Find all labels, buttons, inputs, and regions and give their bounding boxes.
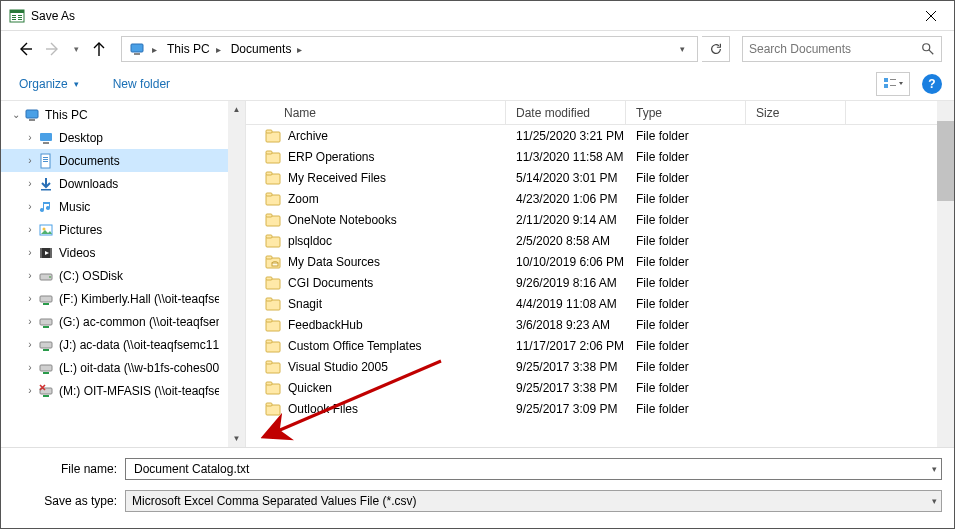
- file-type: File folder: [626, 213, 746, 227]
- file-row[interactable]: plsqldoc2/5/2020 8:58 AMFile folder: [246, 230, 954, 251]
- svg-rect-15: [26, 110, 38, 118]
- tree-item[interactable]: ›(C:) OSDisk: [1, 264, 245, 287]
- new-folder-button[interactable]: New folder: [107, 73, 176, 95]
- column-name[interactable]: Name: [246, 101, 506, 124]
- filename-history-dropdown[interactable]: ▾: [932, 464, 937, 474]
- tree-item[interactable]: ›Downloads: [1, 172, 245, 195]
- breadcrumb-this-pc[interactable]: This PC: [161, 42, 212, 56]
- savetype-label: Save as type:: [13, 494, 125, 508]
- svg-rect-62: [266, 319, 272, 322]
- scroll-down-button[interactable]: ▼: [228, 430, 245, 447]
- tree-item[interactable]: ›(M:) OIT-MFASIS (\\oit-teaqfsemc1: [1, 379, 245, 402]
- chevron-right-icon[interactable]: ›: [23, 178, 37, 189]
- file-row[interactable]: Snagit4/4/2019 11:08 AMFile folder: [246, 293, 954, 314]
- file-date: 10/10/2019 6:06 PM: [506, 255, 626, 269]
- svg-rect-33: [40, 319, 52, 325]
- recent-locations-button[interactable]: ▾: [69, 37, 83, 61]
- file-date: 4/23/2020 1:06 PM: [506, 192, 626, 206]
- file-row[interactable]: CGI Documents9/26/2019 8:16 AMFile folde…: [246, 272, 954, 293]
- file-row[interactable]: OneNote Notebooks2/11/2020 9:14 AMFile f…: [246, 209, 954, 230]
- file-row[interactable]: Zoom4/23/2020 1:06 PMFile folder: [246, 188, 954, 209]
- chevron-right-icon[interactable]: ›: [23, 293, 37, 304]
- tree-item[interactable]: ›Pictures: [1, 218, 245, 241]
- search-placeholder: Search Documents: [749, 42, 851, 56]
- close-button[interactable]: [908, 1, 954, 31]
- tree-item[interactable]: ›(F:) Kimberly.Hall (\\oit-teaqfsemc1: [1, 287, 245, 310]
- file-name: Snagit: [288, 297, 322, 311]
- address-bar[interactable]: ▸ This PC ▸ Documents ▸ ▾: [121, 36, 698, 62]
- chevron-right-icon[interactable]: ›: [23, 247, 37, 258]
- chevron-right-icon[interactable]: ›: [23, 385, 37, 396]
- search-box[interactable]: Search Documents: [742, 36, 942, 62]
- chevron-right-icon[interactable]: ›: [23, 362, 37, 373]
- music-icon: [37, 198, 55, 216]
- tree-scrollbar[interactable]: ▲ ▼: [228, 101, 245, 447]
- tree-item[interactable]: ›(G:) ac-common (\\oit-teaqfsemc1: [1, 310, 245, 333]
- tree-item[interactable]: ›Videos: [1, 241, 245, 264]
- savetype-dropdown-icon[interactable]: ▾: [932, 496, 937, 506]
- tree-item[interactable]: ›Documents: [1, 149, 245, 172]
- svg-rect-40: [43, 395, 49, 397]
- file-row[interactable]: Archive11/25/2020 3:21 PMFile folder: [246, 125, 954, 146]
- svg-rect-36: [43, 349, 49, 351]
- file-row[interactable]: Custom Office Templates11/17/2017 2:06 P…: [246, 335, 954, 356]
- svg-rect-27: [40, 248, 42, 258]
- tree-item-label: (M:) OIT-MFASIS (\\oit-teaqfsemc1: [59, 384, 219, 398]
- chevron-right-icon[interactable]: ›: [23, 339, 37, 350]
- netdrive-icon: [37, 336, 55, 354]
- breadcrumb-root-arrow[interactable]: ▸: [148, 44, 161, 55]
- chevron-right-icon[interactable]: ›: [23, 201, 37, 212]
- down-icon: [37, 175, 55, 193]
- file-type: File folder: [626, 171, 746, 185]
- file-name: Custom Office Templates: [288, 339, 422, 353]
- filename-input[interactable]: [132, 461, 935, 477]
- folder-icon: [264, 317, 282, 333]
- address-history-dropdown[interactable]: ▾: [672, 44, 693, 54]
- refresh-button[interactable]: [702, 36, 730, 62]
- chevron-right-icon[interactable]: ›: [23, 132, 37, 143]
- filename-field[interactable]: ▾: [125, 458, 942, 480]
- file-type: File folder: [626, 150, 746, 164]
- svg-rect-1: [10, 10, 24, 13]
- file-row[interactable]: My Received Files5/14/2020 3:01 PMFile f…: [246, 167, 954, 188]
- file-type: File folder: [626, 129, 746, 143]
- back-button[interactable]: [13, 37, 37, 61]
- chevron-right-icon[interactable]: ›: [23, 270, 37, 281]
- chevron-right-icon[interactable]: ›: [23, 224, 37, 235]
- scroll-up-button[interactable]: ▲: [228, 101, 245, 118]
- folder-icon: [264, 128, 282, 144]
- file-row[interactable]: FeedbackHub3/6/2018 9:23 AMFile folder: [246, 314, 954, 335]
- column-size[interactable]: Size: [746, 101, 846, 124]
- scrollbar-thumb[interactable]: [937, 121, 954, 201]
- view-options-button[interactable]: [876, 72, 910, 96]
- chevron-right-icon[interactable]: ›: [23, 155, 37, 166]
- savetype-combobox[interactable]: Microsoft Excel Comma Separated Values F…: [125, 490, 942, 512]
- file-row[interactable]: Quicken9/25/2017 3:38 PMFile folder: [246, 377, 954, 398]
- up-button[interactable]: [87, 37, 111, 61]
- chevron-right-icon[interactable]: ›: [23, 316, 37, 327]
- column-type[interactable]: Type: [626, 101, 746, 124]
- netdrive-icon: [37, 359, 55, 377]
- app-icon: [9, 8, 25, 24]
- file-scrollbar[interactable]: [937, 101, 954, 447]
- breadcrumb-documents[interactable]: Documents: [225, 42, 294, 56]
- tree-item[interactable]: ›(J:) ac-data (\\oit-teaqfsemc11.som: [1, 333, 245, 356]
- organize-menu[interactable]: Organize▾: [13, 73, 85, 95]
- savetype-value: Microsoft Excel Comma Separated Values F…: [132, 494, 417, 508]
- breadcrumb-arrow[interactable]: ▸: [293, 44, 306, 55]
- navigation-tree[interactable]: ⌄ This PC ›Desktop›Documents›Downloads›M…: [1, 101, 246, 447]
- chevron-down-icon[interactable]: ⌄: [9, 109, 23, 120]
- tree-this-pc[interactable]: ⌄ This PC: [1, 103, 245, 126]
- file-row[interactable]: Visual Studio 20059/25/2017 3:38 PMFile …: [246, 356, 954, 377]
- file-name: Visual Studio 2005: [288, 360, 388, 374]
- breadcrumb-arrow[interactable]: ▸: [212, 44, 225, 55]
- help-button[interactable]: ?: [922, 74, 942, 94]
- file-row[interactable]: Outlook Files9/25/2017 3:09 PMFile folde…: [246, 398, 954, 419]
- file-row[interactable]: ERP Operations11/3/2020 11:58 AMFile fol…: [246, 146, 954, 167]
- tree-item[interactable]: ›(L:) oit-data (\\w-b1fs-cohes001.so: [1, 356, 245, 379]
- forward-button[interactable]: [41, 37, 65, 61]
- tree-item[interactable]: ›Music: [1, 195, 245, 218]
- file-row[interactable]: My Data Sources10/10/2019 6:06 PMFile fo…: [246, 251, 954, 272]
- tree-item[interactable]: ›Desktop: [1, 126, 245, 149]
- column-date[interactable]: Date modified: [506, 101, 626, 124]
